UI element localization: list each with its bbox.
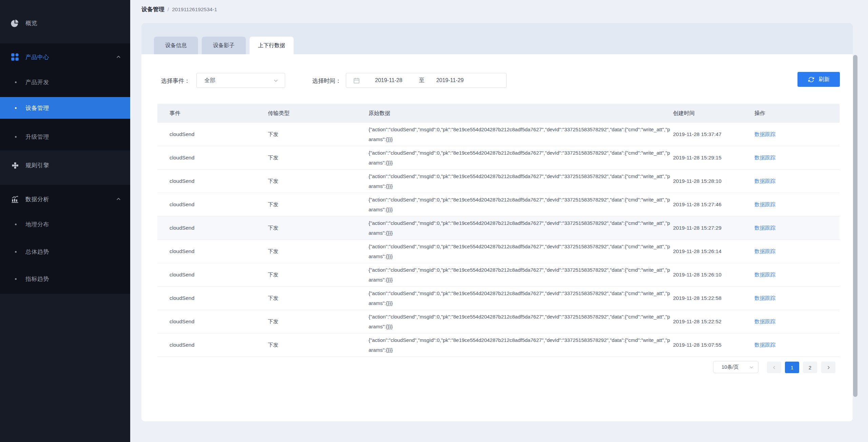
sidebar-group-data-analysis[interactable]: 数据分析 [0,190,130,209]
column-header-event: 事件 [170,104,180,123]
tab-device-shadow[interactable]: 设备影子 [202,37,246,54]
data-trace-link[interactable]: 数据跟踪 [754,342,775,349]
breadcrumb-section-link[interactable]: 设备管理 [141,5,164,13]
sidebar-group-product-center[interactable]: 产品中心 [0,47,130,66]
sidebar-item-metric-trend[interactable]: 指标趋势 [0,269,130,288]
data-trace-link[interactable]: 数据跟踪 [754,154,775,161]
event-cell: cloudSend [170,240,194,263]
event-select-value: 全部 [204,77,215,84]
event-cell: cloudSend [170,310,194,333]
sidebar-item-rule-engine[interactable]: 规则引擎 [0,156,130,175]
raw-data-cell: {"action":"cloudSend","msgId":0,"pk":"8e… [369,310,674,333]
actions-cell: 数据跟踪 [754,123,775,146]
raw-data-cell: {"action":"cloudSend","msgId":0,"pk":"8e… [369,146,674,169]
event-cell: cloudSend [170,193,194,216]
breadcrumb-separator: / [167,6,169,12]
event-select[interactable]: 全部 [196,73,285,88]
bullet-icon [15,136,17,138]
event-filter-label: 选择事件： [161,76,190,86]
transport-type-cell: 下发 [268,287,278,310]
breadcrumb: 设备管理 / 20191126192534-1 [141,5,217,13]
page-size-select[interactable]: 10条/页 [713,361,758,373]
actions-cell: 数据跟踪 [754,146,775,169]
page-size-value: 10条/页 [722,364,739,370]
raw-data-cell: {"action":"cloudSend","msgId":0,"pk":"8e… [369,216,674,239]
pagination-next-button[interactable] [821,362,835,373]
sidebar-group-label: 数据分析 [25,195,49,203]
tab-device-info[interactable]: 设备信息 [154,37,198,54]
actions-cell: 数据跟踪 [754,333,775,357]
date-end-value: 2019-11-29 [436,77,464,83]
refresh-icon [808,76,814,83]
sidebar-item-label: 指标趋势 [25,275,49,283]
event-cell: cloudSend [170,333,194,357]
sidebar-group-label: 产品中心 [25,53,49,61]
sidebar-item-overall-trend[interactable]: 总体趋势 [0,242,130,261]
chevron-down-icon [273,78,279,83]
actions-cell: 数据跟踪 [754,240,775,263]
column-header-created: 创建时间 [673,104,695,123]
table-row: cloudSend 下发 {"action":"cloudSend","msgI… [157,216,840,240]
table-row: cloudSend 下发 {"action":"cloudSend","msgI… [157,287,840,310]
chevron-left-icon [772,365,777,370]
scrollbar-thumb[interactable] [853,55,857,397]
sidebar-item-upgrade-mgmt[interactable]: 升级管理 [0,127,130,146]
sidebar-item-product-dev[interactable]: 产品开发 [0,73,130,92]
data-trace-link[interactable]: 数据跟踪 [754,271,775,278]
sidebar: 概览 产品中心 产品开发 设备管理 升级管理 [0,0,130,442]
event-cell: cloudSend [170,146,194,169]
data-trace-link[interactable]: 数据跟踪 [754,178,775,185]
bullet-icon [15,251,17,253]
table-header-row: 事件 传输类型 原始数据 创建时间 操作 [157,104,840,123]
raw-data-cell: {"action":"cloudSend","msgId":0,"pk":"8e… [369,263,674,286]
raw-data-cell: {"action":"cloudSend","msgId":0,"pk":"8e… [369,193,674,216]
sidebar-item-label: 地理分布 [25,220,49,228]
actions-cell: 数据跟踪 [754,216,775,239]
pagination-prev-button[interactable] [767,362,781,373]
transport-type-cell: 下发 [268,123,278,146]
sidebar-item-label: 产品开发 [25,78,49,86]
created-time-cell: 2019-11-28 15:07:55 [673,333,722,357]
pagination-page-1[interactable]: 1 [785,362,799,373]
sidebar-item-label: 概览 [25,19,37,27]
transport-type-cell: 下发 [268,263,278,286]
actions-cell: 数据跟踪 [754,193,775,216]
chevron-up-icon [116,196,121,202]
table-row: cloudSend 下发 {"action":"cloudSend","msgI… [157,263,840,287]
refresh-button[interactable]: 刷新 [797,72,840,87]
created-time-cell: 2019-11-28 15:27:29 [673,216,722,239]
table-row: cloudSend 下发 {"action":"cloudSend","msgI… [157,170,840,193]
apps-icon [11,53,19,61]
data-trace-link[interactable]: 数据跟踪 [754,248,775,255]
event-cell: cloudSend [170,170,194,193]
event-cell: cloudSend [170,216,194,239]
table-row: cloudSend 下发 {"action":"cloudSend","msgI… [157,240,840,263]
pagination-page-2[interactable]: 2 [803,362,817,373]
actions-cell: 数据跟踪 [754,170,775,193]
data-trace-link[interactable]: 数据跟踪 [754,318,775,325]
raw-data-cell: {"action":"cloudSend","msgId":0,"pk":"8e… [369,287,674,310]
data-trace-link[interactable]: 数据跟踪 [754,131,775,138]
table-row: cloudSend 下发 {"action":"cloudSend","msgI… [157,310,840,333]
data-trace-link[interactable]: 数据跟踪 [754,201,775,208]
sidebar-item-label: 规则引擎 [25,161,49,169]
table-row: cloudSend 下发 {"action":"cloudSend","msgI… [157,146,840,170]
data-trace-link[interactable]: 数据跟踪 [754,225,775,232]
created-time-cell: 2019-11-28 15:26:14 [673,240,722,263]
breadcrumb-current: 20191126192534-1 [172,6,217,13]
rule-engine-icon [11,161,19,170]
date-range-picker[interactable]: 2019-11-28 至 2019-11-29 [346,73,507,88]
tab-updown-data[interactable]: 上下行数据 [250,37,294,54]
event-cell: cloudSend [170,287,194,310]
table-row: cloudSend 下发 {"action":"cloudSend","msgI… [157,123,840,146]
raw-data-cell: {"action":"cloudSend","msgId":0,"pk":"8e… [369,333,674,357]
sidebar-item-label: 设备管理 [25,104,49,112]
raw-data-cell: {"action":"cloudSend","msgId":0,"pk":"8e… [369,240,674,263]
data-trace-link[interactable]: 数据跟踪 [754,295,775,302]
sidebar-item-device-mgmt[interactable]: 设备管理 [0,97,130,119]
column-header-actions: 操作 [754,104,765,123]
content-card: 选择事件： 全部 选择时间： 2019-11-28 至 2019-11-29 [141,54,853,421]
created-time-cell: 2019-11-28 15:28:10 [673,170,722,193]
sidebar-item-geo-distribution[interactable]: 地理分布 [0,215,130,234]
sidebar-item-overview[interactable]: 概览 [0,14,130,33]
